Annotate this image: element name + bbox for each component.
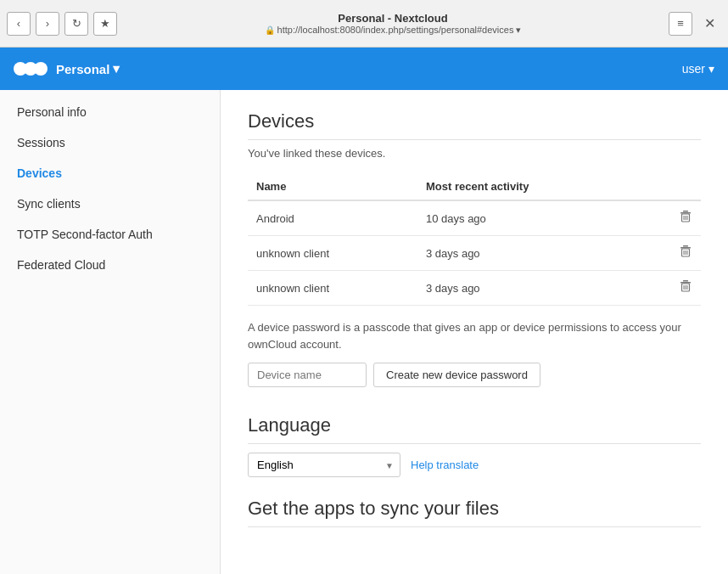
forward-button[interactable]: ›: [36, 12, 59, 36]
address-bar[interactable]: 🔒 http://localhost:8080/index.php/settin…: [265, 25, 522, 36]
device-activity-cell: 3 days ago: [417, 271, 667, 306]
table-row: unknown client 3 days ago: [248, 271, 701, 306]
url-text: http://localhost:8080/index.php/settings…: [277, 25, 514, 35]
nextcloud-logo: [14, 57, 48, 81]
sidebar-item-federated-cloud[interactable]: Federated Cloud: [0, 250, 220, 280]
create-password-button[interactable]: Create new device password: [373, 363, 540, 387]
app-name-dropdown-icon: ▾: [113, 61, 120, 76]
sidebar: Personal info Sessions Devices Sync clie…: [0, 90, 221, 574]
device-action-cell: [667, 236, 701, 271]
svg-point-2: [34, 62, 48, 76]
help-translate-link[interactable]: Help translate: [411, 459, 479, 471]
devices-description: You've linked these devices.: [248, 147, 701, 160]
delete-device-button[interactable]: [679, 245, 692, 262]
device-activity-cell: 10 days ago: [417, 200, 667, 236]
content-area: Devices You've linked these devices. Nam…: [221, 90, 728, 574]
url-dropdown-icon: ▾: [516, 25, 521, 36]
sidebar-item-devices[interactable]: Devices: [0, 158, 220, 189]
svg-rect-9: [683, 245, 688, 247]
trash-icon: [679, 210, 692, 223]
col-activity-header: Most recent activity: [417, 173, 667, 200]
logo-svg: [14, 57, 48, 81]
svg-rect-4: [680, 212, 691, 214]
language-select-wrap: English German French Spanish ▼ Help tra…: [248, 453, 701, 477]
table-row: Android 10 days ago: [248, 200, 701, 236]
svg-rect-3: [683, 211, 688, 212]
devices-section-title: Devices: [248, 110, 701, 140]
device-name-cell: Android: [248, 200, 417, 236]
language-section: Language English German French Spanish ▼…: [248, 414, 701, 477]
app-header-left: Personal ▾: [14, 57, 120, 81]
device-name-cell: unknown client: [248, 236, 417, 271]
language-select[interactable]: English German French Spanish: [248, 453, 400, 477]
back-button[interactable]: ‹: [7, 12, 31, 36]
svg-rect-16: [680, 282, 691, 284]
delete-device-button[interactable]: [679, 210, 692, 227]
main-layout: Personal info Sessions Devices Sync clie…: [0, 90, 728, 574]
user-dropdown-icon: ▾: [708, 62, 714, 76]
user-label: user: [682, 62, 705, 76]
app-name-label: Personal: [56, 62, 109, 76]
language-section-title: Language: [248, 414, 701, 444]
trash-icon: [679, 245, 692, 258]
svg-rect-10: [680, 247, 691, 249]
trash-icon: [679, 279, 692, 293]
device-password-info: A device password is a passcode that giv…: [248, 319, 701, 352]
browser-menu-button[interactable]: ≡: [669, 12, 692, 36]
bookmark-button[interactable]: ★: [93, 12, 117, 36]
col-name-header: Name: [248, 173, 417, 200]
browser-chrome: ‹ › ↻ ★ Personal - Nextcloud 🔒 http://lo…: [0, 0, 728, 48]
refresh-button[interactable]: ↻: [64, 12, 88, 36]
device-action-cell: [667, 271, 701, 306]
app-header: Personal ▾ user ▾: [0, 48, 728, 90]
devices-table: Name Most recent activity Android 10 day…: [248, 173, 701, 306]
lock-icon: 🔒: [265, 25, 275, 35]
svg-rect-15: [683, 280, 688, 282]
device-activity-cell: 3 days ago: [417, 236, 667, 271]
delete-device-button[interactable]: [679, 279, 692, 296]
user-menu-button[interactable]: user ▾: [682, 62, 714, 76]
close-button[interactable]: ✕: [697, 12, 721, 36]
language-select-wrapper: English German French Spanish ▼: [248, 453, 400, 477]
page-title: Personal - Nextcloud: [338, 12, 447, 25]
sidebar-item-sessions[interactable]: Sessions: [0, 127, 220, 158]
app-name-button[interactable]: Personal ▾: [56, 61, 120, 76]
sidebar-item-sync-clients[interactable]: Sync clients: [0, 189, 220, 219]
sync-section-title: Get the apps to sync your files: [248, 498, 701, 527]
device-name-input[interactable]: [248, 363, 367, 387]
sidebar-item-personal-info[interactable]: Personal info: [0, 97, 220, 127]
device-action-cell: [667, 200, 701, 236]
sidebar-item-totp[interactable]: TOTP Second-factor Auth: [0, 219, 220, 250]
sync-section: Get the apps to sync your files: [248, 498, 701, 527]
device-name-cell: unknown client: [248, 271, 417, 306]
table-row: unknown client 3 days ago: [248, 236, 701, 271]
address-bar-container: Personal - Nextcloud 🔒 http://localhost:…: [122, 12, 664, 36]
device-password-form: Create new device password: [248, 363, 701, 387]
